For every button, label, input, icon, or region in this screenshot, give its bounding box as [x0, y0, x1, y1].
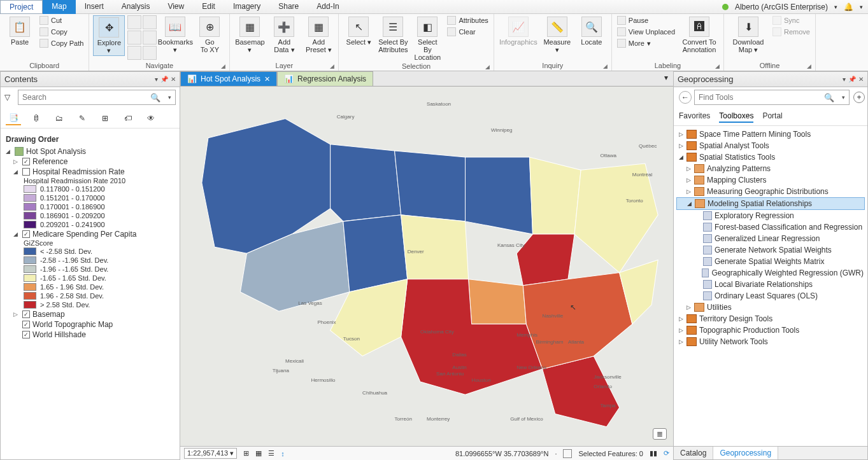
footer-tab-geoprocessing[interactable]: Geoprocessing: [713, 447, 778, 459]
view-unplaced-button[interactable]: View Unplaced: [616, 27, 676, 37]
chevron-down-icon[interactable]: ▾: [838, 94, 849, 101]
attributes-button[interactable]: Attributes: [446, 15, 489, 25]
find-tools-input[interactable]: [695, 90, 820, 104]
geo-tree-item[interactable]: ▷Spatial Analyst Tools: [676, 140, 865, 151]
cut-button[interactable]: Cut: [38, 15, 85, 25]
convert-to-annotation-button[interactable]: 🅰Convert To Annotation: [679, 15, 720, 55]
collapse-icon[interactable]: ◢: [13, 231, 20, 237]
geo-tree-item[interactable]: ▷Mapping Clusters: [676, 174, 865, 186]
pin-icon[interactable]: 📌: [848, 76, 856, 83]
menu-analysis[interactable]: Analysis: [113, 0, 159, 14]
menu-insert[interactable]: Insert: [76, 0, 113, 14]
clear-button[interactable]: Clear: [446, 27, 489, 37]
search-icon[interactable]: 🔍: [820, 93, 838, 102]
chevron-down-icon[interactable]: ▾: [164, 94, 175, 101]
geo-tree-item[interactable]: Generate Network Spatial Weights: [676, 244, 865, 256]
tab-options-icon[interactable]: ▾: [659, 71, 673, 86]
geo-tree-item[interactable]: Ordinary Least Squares (OLS): [676, 290, 865, 302]
layer-checkbox[interactable]: ✓: [22, 331, 30, 338]
attribution-icon[interactable]: ≣: [653, 428, 667, 440]
contents-search-input[interactable]: [18, 90, 146, 104]
back-button[interactable]: ←: [679, 91, 692, 104]
geo-tree-item[interactable]: Exploratory Regression: [676, 210, 865, 221]
collapse-icon[interactable]: ◢: [6, 148, 12, 155]
add-preset-button[interactable]: ▦Add Preset ▾: [302, 15, 334, 55]
geo-tree-item[interactable]: ▷Utilities: [676, 302, 865, 313]
download-map-button[interactable]: ⬇Download Map ▾: [728, 15, 769, 55]
map-tab-hotspot[interactable]: 📊Hot Spot Analysis✕: [180, 71, 277, 86]
layer-checkbox[interactable]: ✓: [22, 158, 30, 165]
nav-globe-button[interactable]: [127, 15, 141, 29]
layer-hospital[interactable]: Hospital Readmission Rate: [32, 167, 125, 176]
status-tool-4[interactable]: ↕: [281, 450, 285, 457]
chevron-down-icon[interactable]: ▾: [860, 4, 863, 10]
layer-checkbox[interactable]: ✓: [22, 230, 30, 238]
layer-medicare[interactable]: Medicare Spending Per Capita: [32, 230, 136, 239]
expand-icon[interactable]: ▷: [13, 158, 20, 165]
geo-tree-item[interactable]: Forest-based Classification and Regressi…: [676, 221, 865, 233]
geo-tree-item[interactable]: ▷Topographic Production Tools: [676, 324, 865, 336]
menu-view[interactable]: View: [159, 0, 193, 14]
footer-tab-catalog[interactable]: Catalog: [674, 447, 713, 459]
copy-button[interactable]: Copy: [38, 27, 85, 37]
close-icon[interactable]: ✕: [264, 75, 270, 83]
chevron-down-icon[interactable]: ▾: [834, 4, 837, 10]
bell-icon[interactable]: 🔔: [844, 3, 853, 11]
map-tab-regression[interactable]: 📊Regression Analysis: [277, 71, 373, 86]
infographics-button[interactable]: 📈Infographics: [498, 15, 539, 47]
add-data-button[interactable]: ➕Add Data ▾: [268, 15, 300, 55]
pause-draw-icon[interactable]: ▮▮: [650, 449, 657, 457]
list-by-perception-icon[interactable]: 👁: [143, 111, 159, 125]
nav-full-button[interactable]: [143, 46, 157, 60]
nav-extent-button[interactable]: [143, 15, 157, 29]
collapse-icon[interactable]: ◢: [13, 169, 20, 175]
sync-button[interactable]: Sync: [771, 15, 811, 25]
bookmarks-button[interactable]: 📖Bookmarks ▾: [159, 15, 191, 55]
layer-reference[interactable]: Reference: [32, 157, 68, 166]
locate-button[interactable]: 🔍Locate: [576, 15, 608, 47]
status-tool-3[interactable]: ☰: [268, 449, 274, 457]
close-icon[interactable]: ✕: [171, 76, 176, 83]
menu-project[interactable]: Project: [0, 0, 43, 14]
list-by-labeling-icon[interactable]: 🏷: [120, 111, 136, 125]
basemap-button[interactable]: ▦Basemap ▾: [234, 15, 266, 55]
select-button[interactable]: ↖Select ▾: [343, 15, 374, 47]
expand-icon[interactable]: ▷: [13, 311, 20, 317]
measure-button[interactable]: 📏Measure ▾: [541, 15, 573, 55]
user-label[interactable]: Alberto (ArcGIS Enterprise): [735, 3, 828, 11]
status-tool-2[interactable]: ▦: [255, 449, 262, 457]
layer-basemap[interactable]: Basemap: [32, 310, 65, 319]
map-canvas[interactable]: Dallas Houston San Antonio Austin Nashvi…: [180, 87, 673, 446]
geo-tree-item[interactable]: Generate Spatial Weights Matrix: [676, 256, 865, 267]
layer-checkbox[interactable]: ✓: [22, 310, 30, 318]
layer-checkbox[interactable]: ✓: [22, 321, 30, 328]
layer-hillshade[interactable]: World Hillshade: [32, 330, 86, 339]
more-labeling-button[interactable]: More ▾: [616, 38, 676, 48]
geo-tree-item[interactable]: ▷Utility Network Tools: [676, 336, 865, 347]
pin-icon[interactable]: 📌: [160, 76, 168, 83]
search-icon[interactable]: 🔍: [146, 93, 164, 102]
geo-tab-favorites[interactable]: Favorites: [679, 110, 710, 123]
select-by-location-button[interactable]: ◧Select By Location: [411, 15, 443, 62]
map-name[interactable]: Hot Spot Analysis: [26, 147, 86, 156]
menu-map[interactable]: Map: [43, 0, 75, 14]
list-by-snapping-icon[interactable]: ⊞: [97, 111, 113, 125]
remove-button[interactable]: Remove: [771, 27, 811, 37]
list-by-selection-icon[interactable]: 🗂: [52, 111, 67, 125]
pause-labeling-button[interactable]: Pause: [616, 15, 676, 25]
select-by-attributes-button[interactable]: ☰Select By Attributes: [377, 15, 409, 55]
menu-addin[interactable]: Add-In: [308, 0, 348, 14]
copy-path-button[interactable]: Copy Path: [38, 38, 85, 48]
chevron-down-icon[interactable]: ▾: [843, 76, 846, 83]
geo-tree-item[interactable]: Geographically Weighted Regression (GWR): [676, 267, 865, 279]
menu-edit[interactable]: Edit: [193, 0, 224, 14]
menu-imagery[interactable]: Imagery: [224, 0, 269, 14]
explore-button[interactable]: ✥Explore ▾: [93, 15, 125, 56]
nav-next-button[interactable]: [143, 31, 157, 45]
layer-checkbox[interactable]: [22, 168, 30, 176]
list-by-drawing-order-icon[interactable]: 📑: [6, 111, 21, 125]
scale-selector[interactable]: 1:22,957,413 ▾: [184, 448, 237, 459]
geo-tree-item[interactable]: ◢Modeling Spatial Relationships: [676, 197, 865, 210]
status-tool-1[interactable]: ⊞: [243, 449, 249, 457]
nav-home-button[interactable]: [127, 46, 141, 60]
